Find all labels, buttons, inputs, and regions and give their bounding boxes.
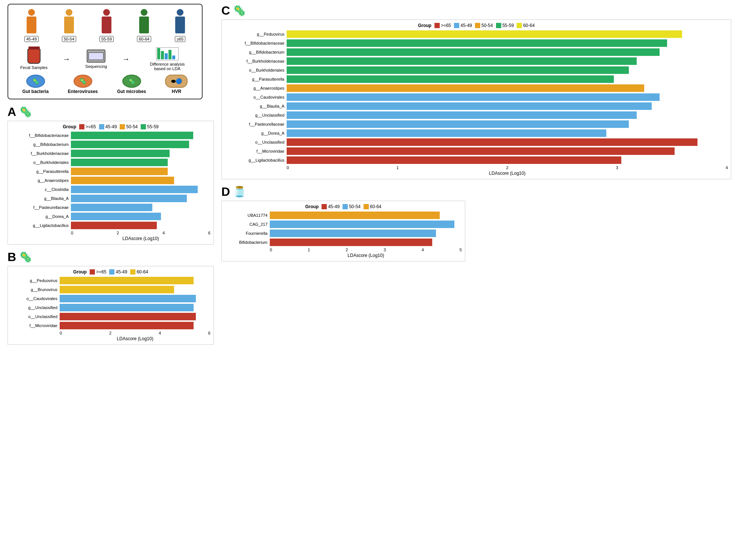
bar-area	[287, 120, 728, 128]
chart-d-xlabel: LDAscore (Log10)	[270, 253, 462, 258]
bar-area	[287, 156, 728, 164]
bar-label: g__Blautia_A	[11, 196, 71, 201]
bar-fill	[287, 93, 660, 101]
bar-fill	[287, 84, 644, 92]
bar-row: f__Microviridae	[11, 322, 210, 329]
bar-label: o__Caudovirales	[225, 95, 287, 99]
bar-label: Bifidobacterium	[225, 240, 270, 245]
enteroviruses-label: Enteroviruses	[68, 89, 98, 94]
bar-fill	[71, 168, 168, 175]
bar-area	[60, 286, 210, 293]
age-figure-60-64: 60-64	[137, 9, 151, 42]
bar-row: Bifidobacterium	[225, 239, 462, 246]
lda-analysis: Difference analysis based on LDA	[145, 47, 190, 71]
bar-fill	[71, 204, 152, 211]
bar-fill	[60, 295, 196, 302]
bar-label: g__Peduovirus	[225, 32, 287, 36]
bar-fill	[270, 212, 440, 219]
bar-label: o__Burkholderiales	[225, 68, 287, 72]
bar-fill	[71, 132, 193, 139]
section-d: D 🫙 Group 45-49 50-54 60-64 UBA11774CAG_…	[221, 185, 731, 261]
bar-label: Fournierella	[225, 231, 270, 236]
section-d-label: D	[221, 185, 230, 199]
bar-fill	[270, 221, 454, 228]
bar-label: g__Anaerostipes	[225, 86, 287, 90]
bar-area	[287, 138, 728, 146]
bar-fill	[287, 39, 667, 47]
bar-label: g__Parasutterella	[11, 169, 71, 174]
fecal-label: Fecal Samples	[20, 65, 48, 70]
arrow2: →	[122, 55, 130, 63]
bar-label: g__Peduovirus	[11, 278, 60, 283]
legend-a-0: >=65	[79, 124, 96, 129]
hvr-label: HVR	[172, 89, 181, 94]
chart-c-bars: g__Peduovirusf__Bifidobacteriaceaeg__Bif…	[225, 30, 728, 164]
bar-fill	[287, 129, 606, 137]
bar-fill	[71, 177, 174, 184]
bar-area	[270, 212, 462, 219]
bar-area	[60, 304, 210, 311]
bar-row: Fournierella	[225, 230, 462, 237]
bar-label: o__Unclassified	[11, 314, 60, 319]
bar-row: CAG_217	[225, 221, 462, 228]
bar-label: f__Pasteurellaceae	[225, 122, 287, 126]
bar-area	[287, 39, 728, 47]
chart-a-bars: f__Bifidobacteriaceaeg__Bifidobacteriumf…	[11, 132, 210, 229]
bar-label: g__Unclassified	[11, 305, 60, 310]
bar-row: f__Microviridae	[225, 147, 728, 155]
bar-label: g__Anaerostipes	[11, 178, 71, 183]
bar-fill	[287, 30, 682, 38]
bar-label: o__Caudovirales	[11, 296, 60, 301]
bar-row: g__Peduovirus	[225, 30, 728, 38]
chart-d-bars: UBA11774CAG_217FournierellaBifidobacteri…	[225, 212, 462, 246]
chart-c-legend: Group >=65 45-49 50-54 55-59 60-64	[225, 23, 728, 28]
bar-row: g__Bifidobacterium	[225, 48, 728, 56]
section-c-label: C	[221, 4, 230, 18]
bar-area	[71, 177, 210, 184]
bar-fill	[60, 313, 196, 320]
bar-label: g__Brunovirus	[11, 287, 60, 292]
bar-area	[287, 57, 728, 65]
chart-d-legend: Group 45-49 50-54 60-64	[225, 204, 462, 209]
bar-row: f__Burkholderiaceae	[225, 57, 728, 65]
gut-bacteria-category: 🦠 Gut bacteria	[23, 75, 49, 94]
bar-label: g__Parasutterella	[225, 77, 287, 81]
bar-fill	[270, 230, 436, 237]
age-figure-55-59: 55-59	[99, 9, 114, 42]
bar-label: UBA11774	[225, 213, 270, 218]
chart-a-xlabel: LDAscore (Log10)	[71, 236, 210, 241]
bar-label: g__Ligilactobacillus	[11, 223, 71, 228]
bar-fill	[287, 156, 621, 164]
bar-area	[287, 129, 728, 137]
bar-row: g__Ligilactobacillus	[225, 156, 728, 164]
bar-label: g__Bifidobacterium	[225, 50, 287, 54]
bar-fill	[270, 239, 432, 246]
bar-row: g__Peduovirus	[11, 277, 210, 284]
category-row: 🦠 Gut bacteria 🦠 Enteroviruses 🦠 Gut mic…	[13, 75, 197, 94]
gut-bacteria-label: Gut bacteria	[23, 89, 49, 94]
bar-label: f__Pasteurellaceae	[11, 205, 71, 210]
section-b-label: B	[8, 250, 16, 264]
bar-label: g__Ligilactobacillus	[225, 158, 287, 162]
bar-row: g__Unclassified	[225, 111, 728, 119]
bar-label: o__Burkholderiales	[11, 160, 71, 165]
bar-fill	[287, 138, 697, 146]
hvr-category: ⬬🔵 HVR	[165, 75, 188, 94]
age-figure-65plus: ≥65	[174, 9, 186, 42]
bar-row: g__Dorea_A	[11, 213, 210, 220]
enteroviruses-category: 🦠 Enteroviruses	[68, 75, 98, 94]
bar-fill	[287, 147, 675, 155]
legend-a-3: 55-59	[141, 124, 159, 129]
bar-fill	[71, 186, 198, 193]
bar-row: g__Parasutterella	[225, 75, 728, 83]
bar-row: o__Unclassified	[11, 313, 210, 320]
bar-label: f__Burkholderiaceae	[225, 59, 287, 63]
bar-row: f__Pasteurellaceae	[11, 204, 210, 211]
fecal-samples: Fecal Samples	[20, 49, 48, 70]
bar-label: g__Bifidobacterium	[11, 142, 71, 147]
bar-fill	[71, 222, 157, 229]
bar-row: g__Blautia_A	[225, 102, 728, 110]
bar-fill	[60, 322, 194, 329]
chart-a-wrapper: Group >=65 45-49 50-54 55-59 f__Bifidoba…	[8, 121, 214, 245]
bar-label: CAG_217	[225, 222, 270, 227]
